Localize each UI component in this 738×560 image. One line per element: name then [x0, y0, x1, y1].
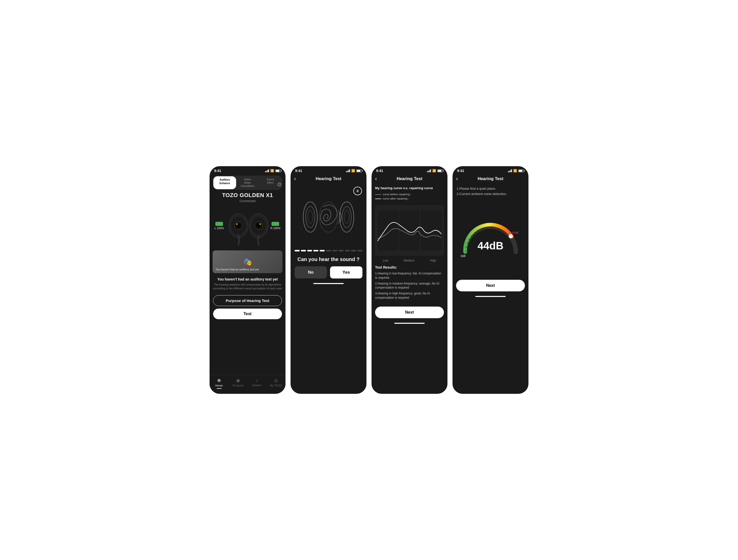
settings-icon[interactable]: ⚙	[277, 181, 282, 188]
tab-noise-cancellation[interactable]: ActiveNoise Cancellation	[236, 176, 259, 189]
tab-row: Auditory Enhance ActiveNoise Cancellatio…	[213, 175, 283, 190]
bottom-navigation: ⊕ Home ◉ Products ♪ Explore ◎ My TOZO	[210, 375, 286, 394]
signal-icon-3	[427, 169, 431, 172]
result-3: 3.Hearing in high-frequency: good, No AI…	[375, 292, 444, 300]
svg-point-40	[509, 234, 512, 238]
progress-seg-2	[301, 250, 306, 251]
explore-icon: ♪	[256, 378, 258, 383]
progress-seg-1	[295, 250, 300, 251]
status-time-2: 9:41	[295, 169, 302, 173]
device-name: TOZO GOLDEN X1	[210, 192, 286, 198]
nav-my-tozo-label: My TOZO	[270, 384, 282, 387]
battery-icon-4	[518, 169, 524, 172]
nav-products-label: Products	[233, 384, 244, 387]
my-tozo-icon: ◎	[274, 378, 278, 383]
signal-icon-1	[265, 169, 269, 172]
battery-left: L 100%	[215, 222, 224, 230]
nav-active-indicator	[217, 388, 222, 389]
tab-auditory-enhance[interactable]: Auditory Enhance	[213, 176, 236, 189]
back-button-4[interactable]: ‹	[456, 176, 458, 181]
notice-title: You haven't had an auditory test yet	[210, 275, 286, 282]
screen-header-2: ‹ Hearing Test	[291, 174, 366, 184]
progress-seg-9	[345, 250, 350, 251]
notice-body: The hearing adaption will compensate by …	[210, 282, 286, 293]
result-1: 1.Hearing in low-frequency: fair, AI com…	[375, 271, 444, 280]
legend-before-line	[375, 194, 381, 195]
noise-meter: 44dB 0dB 60dB	[452, 199, 528, 269]
svg-line-29	[466, 259, 468, 260]
answer-no-button[interactable]: No	[295, 266, 327, 278]
products-icon: ◉	[236, 378, 240, 383]
signal-icon-2	[346, 169, 350, 172]
home-icon: ⊕	[217, 378, 221, 383]
back-button-3[interactable]: ‹	[375, 176, 377, 181]
promo-subtitle: You haven't had an auditory test yet	[216, 268, 259, 271]
next-button-3[interactable]: Next	[375, 307, 444, 318]
pause-button[interactable]: ⏸	[353, 187, 362, 195]
screen-title-3: Hearing Test	[397, 176, 422, 181]
frequency-labels: Low Medium High	[372, 258, 447, 263]
ear-animation-area: ⏸	[291, 184, 366, 250]
svg-rect-11	[296, 187, 361, 247]
status-icons-2: 📶	[346, 169, 362, 172]
battery-icon-3	[437, 169, 443, 172]
progress-seg-3	[307, 250, 312, 251]
nav-explore[interactable]: ♪ Explore	[248, 378, 267, 389]
test-button[interactable]: Test	[213, 309, 282, 319]
freq-medium: Medium	[404, 259, 415, 262]
progress-seg-10	[351, 250, 356, 251]
device-status: Connected	[210, 199, 286, 203]
screen-title-2: Hearing Test	[316, 176, 341, 181]
nav-products[interactable]: ◉ Products	[229, 378, 248, 389]
status-bar-1: 9:41 📶	[210, 166, 286, 174]
earbuds-image	[225, 205, 270, 246]
phone-hearing-test: 9:41 📶 ‹ Hearing Test ⏸	[291, 166, 366, 394]
purpose-of-hearing-test-button[interactable]: Purpose of Hearing Test	[213, 295, 282, 306]
svg-text:44dB: 44dB	[477, 240, 504, 252]
progress-seg-11	[357, 250, 362, 251]
instruction-1: 1.Please find a quiet place.	[456, 186, 524, 191]
phone-results: 9:41 📶 ‹ Hearing Test My hearing curve v…	[372, 166, 447, 394]
wifi-icon-3: 📶	[432, 169, 436, 172]
hearing-chart	[375, 205, 444, 256]
status-icons-3: 📶	[427, 169, 443, 172]
status-time-4: 9:41	[457, 169, 464, 173]
freq-high: High	[430, 259, 436, 262]
status-bar-4: 9:41 📶	[452, 166, 528, 174]
wifi-icon-2: 📶	[351, 169, 355, 172]
status-icons-1: 📶	[265, 169, 281, 172]
progress-seg-8	[339, 250, 344, 251]
nav-home[interactable]: ⊕ Home	[210, 378, 229, 389]
legend-after-line	[375, 198, 381, 199]
svg-point-9	[260, 223, 261, 225]
signal-icon-4	[508, 169, 512, 172]
instructions: 1.Please find a quiet place. 2.Current a…	[452, 184, 528, 199]
answer-yes-button[interactable]: Yes	[330, 266, 362, 278]
progress-bar	[295, 250, 362, 251]
phone-main-app: 9:41 📶 Auditory Enhance ActiveNoise Canc…	[210, 166, 286, 394]
question-text: Can you hear the sound ?	[294, 256, 363, 262]
legend-before-label: curve before repairing：	[383, 192, 412, 196]
wifi-icon-1: 📶	[270, 169, 274, 172]
back-button-2[interactable]: ‹	[294, 176, 296, 181]
status-time-3: 9:41	[376, 169, 383, 173]
freq-low: Low	[383, 259, 388, 262]
home-indicator-2	[313, 283, 344, 284]
battery-icon-2	[356, 169, 362, 172]
progress-seg-4	[313, 250, 318, 251]
status-bar-2: 9:41 📶	[291, 166, 366, 174]
screen-header-3: ‹ Hearing Test	[372, 174, 447, 184]
nav-explore-label: Explore	[252, 384, 262, 387]
progress-seg-5	[320, 250, 325, 251]
home-indicator-4	[475, 296, 506, 297]
results-section: Test Results: 1.Hearing in low-frequency…	[372, 263, 447, 304]
results-title: Test Results:	[375, 265, 444, 269]
screen-header-4: ‹ Hearing Test	[452, 174, 528, 184]
next-button-4[interactable]: Next	[456, 280, 525, 292]
svg-text:60dB: 60dB	[512, 231, 518, 234]
wifi-icon-4: 📶	[513, 169, 517, 172]
legend-after-label: curve after repairing：	[383, 197, 410, 200]
svg-line-28	[468, 263, 470, 264]
nav-home-label: Home	[216, 384, 223, 387]
nav-my-tozo[interactable]: ◎ My TOZO	[267, 378, 286, 389]
